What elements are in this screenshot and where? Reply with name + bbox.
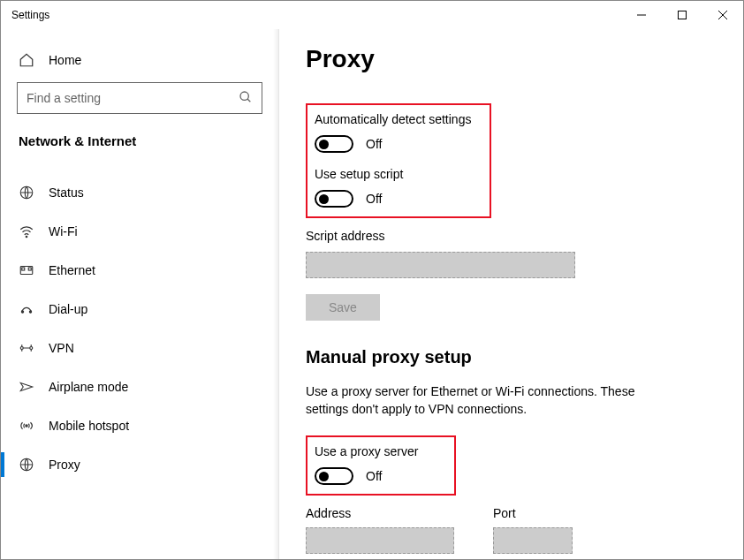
auto-detect-label: Automatically detect settings [315,112,481,126]
use-proxy-toggle[interactable] [315,467,353,485]
svg-rect-9 [22,268,25,270]
manual-heading: Manual proxy setup [306,347,717,367]
svg-point-14 [30,347,33,350]
home-nav[interactable]: Home [1,43,278,77]
nav-label: Dial-up [49,302,87,316]
page-title: Proxy [306,45,717,73]
search-icon [239,90,253,107]
hotspot-icon [19,418,34,434]
nav-item-dialup[interactable]: Dial-up [1,290,278,329]
nav-item-wifi[interactable]: Wi-Fi [1,212,278,251]
ethernet-icon [19,262,34,278]
svg-point-11 [21,311,23,313]
section-header: Network & Internet [1,133,278,148]
window-title: Settings [11,9,621,21]
nav-label: Mobile hotspot [49,419,129,433]
nav-label: Status [49,185,84,200]
status-icon [19,185,34,201]
svg-point-7 [26,236,27,238]
manual-description: Use a proxy server for Ethernet or Wi-Fi… [306,383,677,418]
wifi-icon [19,223,34,239]
port-label: Port [493,506,573,520]
nav-label: Proxy [49,458,80,472]
sidebar: Home Network & Internet Status Wi-Fi Eth… [1,29,279,559]
address-input [306,527,454,554]
script-address-input [306,252,575,278]
main-content: Proxy Automatically detect settings Off … [279,29,743,559]
nav-item-vpn[interactable]: VPN [1,329,278,367]
nav-label: Wi-Fi [49,224,78,238]
auto-detect-toggle[interactable] [315,135,353,153]
close-button[interactable] [702,1,743,29]
save-button: Save [306,294,380,321]
minimize-button[interactable] [621,1,662,29]
address-label: Address [306,506,454,520]
nav-item-ethernet[interactable]: Ethernet [1,251,278,290]
search-input[interactable] [27,91,203,105]
nav-item-hotspot[interactable]: Mobile hotspot [1,406,278,445]
search-box[interactable] [17,82,262,114]
use-script-label: Use setup script [315,167,481,181]
use-script-state: Off [366,192,382,206]
svg-point-13 [20,347,23,350]
nav-item-airplane[interactable]: Airplane mode [1,367,278,406]
maximize-button[interactable] [662,1,702,29]
proxy-icon [19,457,34,473]
auto-detect-state: Off [366,137,382,151]
use-proxy-state: Off [366,469,382,483]
svg-line-5 [247,99,250,102]
dialup-icon [19,301,34,317]
script-address-label: Script address [306,229,717,243]
titlebar: Settings [1,1,743,29]
svg-rect-1 [679,11,687,19]
nav-item-status[interactable]: Status [1,173,278,212]
airplane-icon [19,379,34,395]
auto-proxy-highlight: Automatically detect settings Off Use se… [306,103,491,218]
nav-label: VPN [49,341,74,355]
home-label: Home [49,53,81,67]
svg-point-15 [26,425,27,427]
port-input [493,527,573,554]
window-controls [621,1,743,29]
use-proxy-label: Use a proxy server [315,444,445,458]
vpn-icon [19,340,34,356]
use-script-toggle[interactable] [315,190,353,208]
home-icon [19,52,34,68]
svg-rect-10 [28,268,31,270]
nav-label: Airplane mode [49,380,128,394]
svg-point-12 [29,311,31,313]
svg-point-4 [240,92,248,100]
nav-item-proxy[interactable]: Proxy [1,445,278,484]
use-proxy-highlight: Use a proxy server Off [306,435,456,496]
nav-label: Ethernet [49,263,95,277]
